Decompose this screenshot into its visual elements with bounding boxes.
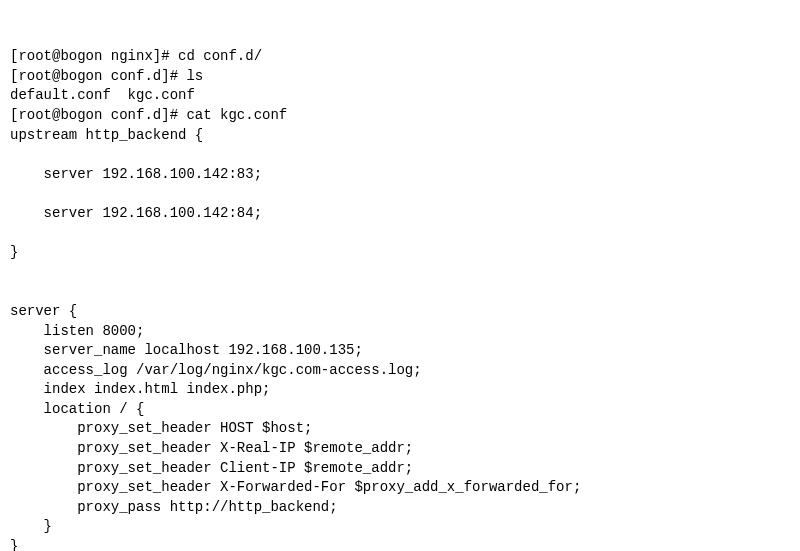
- terminal-line: proxy_pass http://http_backend;: [10, 499, 338, 515]
- terminal-line: [root@bogon conf.d]# ls: [10, 68, 203, 84]
- terminal-line: }: [10, 538, 18, 551]
- terminal-line: server 192.168.100.142:83;: [10, 166, 262, 182]
- terminal-line: listen 8000;: [10, 323, 144, 339]
- terminal-line: server_name localhost 192.168.100.135;: [10, 342, 363, 358]
- terminal-line: proxy_set_header X-Forwarded-For $proxy_…: [10, 479, 581, 495]
- terminal-line: proxy_set_header Client-IP $remote_addr;: [10, 460, 413, 476]
- terminal-line: index index.html index.php;: [10, 381, 270, 397]
- terminal-output[interactable]: [root@bogon nginx]# cd conf.d/ [root@bog…: [10, 47, 790, 551]
- terminal-line: upstream http_backend {: [10, 127, 203, 143]
- terminal-line: [root@bogon conf.d]# cat kgc.conf: [10, 107, 287, 123]
- terminal-line: }: [10, 518, 52, 534]
- terminal-line: }: [10, 244, 18, 260]
- terminal-line: server 192.168.100.142:84;: [10, 205, 262, 221]
- terminal-line: server {: [10, 303, 77, 319]
- terminal-line: [root@bogon nginx]# cd conf.d/: [10, 48, 262, 64]
- terminal-line: location / {: [10, 401, 144, 417]
- terminal-line: access_log /var/log/nginx/kgc.com-access…: [10, 362, 422, 378]
- terminal-line: proxy_set_header HOST $host;: [10, 420, 312, 436]
- terminal-line: default.conf kgc.conf: [10, 87, 195, 103]
- terminal-line: proxy_set_header X-Real-IP $remote_addr;: [10, 440, 413, 456]
